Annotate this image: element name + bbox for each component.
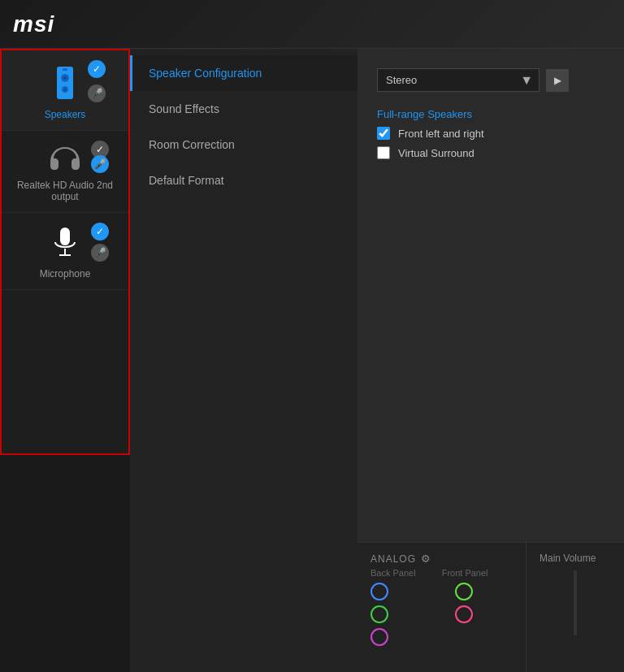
play-button[interactable]: ▶ — [546, 69, 569, 92]
panel-labels: Back Panel Front Panel — [370, 568, 513, 578]
dropdown-row: Stereo Quadraphonic 5.1 Surround 7.1 Sur… — [377, 68, 604, 92]
svg-rect-5 — [63, 68, 67, 71]
realtek-label: Realtek HD Audio 2nd output — [8, 180, 122, 202]
virtual-surround-checkbox[interactable] — [377, 146, 390, 159]
realtek-icons-row: ✓ 🎤 — [8, 144, 122, 173]
device-item-microphone[interactable]: ✓ 🎤 Microphone — [2, 213, 128, 290]
jack-back-green[interactable] — [370, 605, 388, 623]
tab-speaker-configuration[interactable]: Speaker Configuration — [130, 55, 358, 91]
device-item-realtek[interactable]: ✓ 🎤 Realtek HD Audio 2nd output — [2, 131, 128, 213]
jack-grid — [370, 583, 513, 646]
microphone-icons-row: ✓ 🎤 — [8, 226, 122, 262]
analog-title: ANALOG — [370, 553, 416, 565]
front-panel-label: Front Panel — [442, 568, 488, 578]
full-range-section: Full-range Speakers Front left and right… — [377, 105, 604, 159]
realtek-mic-badge: 🎤 — [91, 155, 109, 173]
speaker-main-icon — [49, 63, 81, 102]
jack-back-blue[interactable] — [370, 583, 388, 600]
jack-back-purple[interactable] — [370, 628, 388, 646]
speakers-mic-badge: 🎤 — [88, 85, 106, 102]
svg-rect-6 — [60, 228, 70, 245]
virtual-surround-checkbox-row: Virtual Surround — [377, 146, 604, 159]
front-lr-label: Front left and right — [398, 128, 484, 140]
msi-logo: msi — [13, 11, 54, 37]
jack-front-green[interactable] — [455, 583, 473, 600]
tab-room-correction[interactable]: Room Correction — [130, 127, 358, 163]
analog-section: ANALOG ⚙ Back Panel Front Panel — [358, 543, 526, 672]
headphone-main-icon — [48, 144, 82, 173]
analog-title-row: ANALOG ⚙ — [370, 553, 513, 565]
tab-default-format[interactable]: Default Format — [130, 163, 358, 198]
svg-rect-0 — [57, 67, 73, 99]
microphone-label: Microphone — [40, 268, 91, 280]
microphone-main-icon — [50, 226, 80, 262]
stereo-dropdown[interactable]: Stereo Quadraphonic 5.1 Surround 7.1 Sur… — [377, 68, 540, 92]
device-list: ✓ 🎤 Speakers ✓ 🎤 Realtek HD Audio 2nd ou… — [0, 49, 130, 455]
section-title: Full-range Speakers — [377, 108, 604, 120]
front-lr-checkbox[interactable] — [377, 127, 390, 140]
stereo-dropdown-wrapper: Stereo Quadraphonic 5.1 Surround 7.1 Sur… — [377, 68, 540, 92]
tabs-panel: Speaker Configuration Sound Effects Room… — [130, 49, 358, 672]
front-lr-checkbox-row: Front left and right — [377, 127, 604, 140]
volume-title: Main Volume — [540, 553, 611, 564]
header: msi — [0, 0, 624, 49]
device-item-speakers[interactable]: ✓ 🎤 Speakers — [2, 50, 128, 131]
speakers-check-badge: ✓ — [88, 60, 106, 78]
bottom-panel: ANALOG ⚙ Back Panel Front Panel Main Vol… — [358, 542, 624, 672]
volume-bar — [574, 570, 577, 635]
speakers-label: Speakers — [45, 109, 86, 120]
main-volume-section: Main Volume — [526, 543, 624, 672]
tab-sound-effects[interactable]: Sound Effects — [130, 91, 358, 127]
jack-front-pink[interactable] — [455, 605, 473, 623]
microphone-check-badge: ✓ — [91, 223, 109, 241]
gear-icon[interactable]: ⚙ — [421, 553, 431, 565]
speakers-icons-row: ✓ 🎤 — [8, 63, 122, 102]
microphone-mic-badge: 🎤 — [91, 244, 109, 262]
svg-point-2 — [63, 76, 67, 80]
virtual-surround-label: Virtual Surround — [398, 147, 474, 159]
svg-point-4 — [64, 89, 67, 91]
back-panel-label: Back Panel — [370, 568, 416, 578]
